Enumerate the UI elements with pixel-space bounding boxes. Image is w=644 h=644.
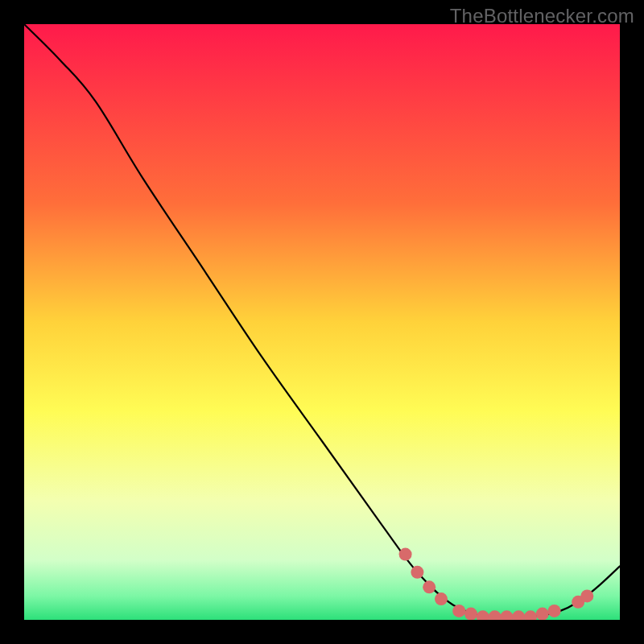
bottleneck-chart xyxy=(24,24,620,620)
bottleneck-marker xyxy=(464,608,477,620)
bottleneck-marker xyxy=(580,589,593,602)
bottleneck-marker xyxy=(548,605,561,617)
bottleneck-marker xyxy=(536,608,549,620)
chart-svg xyxy=(24,24,620,620)
gradient-background xyxy=(24,24,620,620)
bottleneck-marker xyxy=(411,566,423,579)
bottleneck-marker xyxy=(399,548,412,561)
bottleneck-marker xyxy=(423,580,436,593)
bottleneck-marker xyxy=(452,605,465,617)
bottleneck-marker xyxy=(435,592,448,605)
